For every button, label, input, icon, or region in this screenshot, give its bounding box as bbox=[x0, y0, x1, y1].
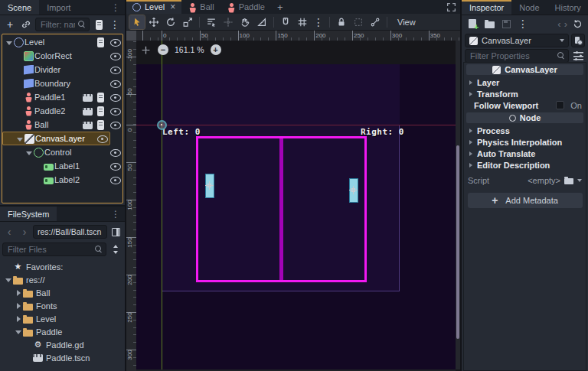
eye-icon[interactable] bbox=[110, 79, 120, 89]
folder-icon[interactable] bbox=[564, 178, 573, 184]
property-group-physics-interpolation[interactable]: Physics Interpolation bbox=[466, 136, 583, 148]
script-icon[interactable] bbox=[97, 37, 104, 47]
movie-icon[interactable] bbox=[83, 122, 93, 129]
property-group-process[interactable]: Process bbox=[466, 125, 583, 136]
snap-options-menu[interactable]: ⋮ bbox=[312, 15, 325, 29]
script-icon[interactable] bbox=[97, 120, 104, 130]
collapse-chevron-icon[interactable] bbox=[5, 37, 14, 47]
scene-tree-row-divider[interactable]: Divider bbox=[2, 63, 122, 76]
tab-filesystem[interactable]: FileSystem bbox=[0, 207, 57, 221]
scene-tree-menu-button[interactable]: ⋮ bbox=[108, 18, 122, 31]
scene-dock-menu-icon[interactable]: ⋮ bbox=[106, 0, 125, 15]
scene-tree-row-label2[interactable]: Label2 bbox=[2, 173, 122, 187]
scene-tab-ball[interactable]: Ball bbox=[181, 0, 220, 14]
pan-tool-button[interactable] bbox=[237, 15, 253, 29]
filesystem-menu-icon[interactable]: ⋮ bbox=[106, 207, 125, 221]
load-resource-button[interactable] bbox=[482, 17, 496, 31]
scene-tree-row-control[interactable]: Control bbox=[2, 145, 122, 159]
fs-row-paddle[interactable]: Paddle bbox=[0, 325, 125, 338]
object-history-button[interactable] bbox=[570, 17, 584, 31]
eye-icon[interactable] bbox=[110, 51, 120, 61]
eye-icon[interactable] bbox=[110, 65, 120, 75]
eye-icon[interactable] bbox=[110, 37, 120, 47]
follow-viewport-checkbox[interactable] bbox=[556, 101, 564, 109]
view-menu-button[interactable]: View bbox=[391, 18, 422, 27]
current-path[interactable]: res://Ball/Ball.tscn bbox=[33, 225, 107, 239]
filesystem-filter-input[interactable] bbox=[2, 242, 106, 256]
canvas-vscrollbar-thumb[interactable] bbox=[456, 145, 459, 339]
fs-row-ball[interactable]: Ball bbox=[0, 286, 125, 299]
tab-history[interactable]: History bbox=[547, 0, 588, 15]
select-tool-button[interactable] bbox=[129, 15, 145, 29]
eye-icon[interactable] bbox=[110, 161, 120, 171]
history-forward-button[interactable]: › bbox=[564, 18, 567, 30]
collapse-chevron-icon[interactable] bbox=[5, 275, 13, 285]
skeleton-options-button[interactable] bbox=[368, 15, 383, 29]
attach-script-button[interactable] bbox=[92, 18, 106, 31]
script-value[interactable]: <empty> bbox=[528, 176, 560, 185]
scene-tab-level[interactable]: Level× bbox=[126, 0, 181, 14]
fs-row-favorites[interactable]: ★Favorites: bbox=[0, 260, 125, 273]
script-icon[interactable] bbox=[97, 93, 104, 103]
eye-icon[interactable] bbox=[110, 120, 120, 130]
movie-icon[interactable] bbox=[83, 94, 93, 102]
open-docs-button[interactable] bbox=[571, 34, 585, 47]
eye-icon[interactable] bbox=[97, 134, 107, 144]
pivot-tool-button[interactable] bbox=[220, 15, 236, 29]
origin-gizmo[interactable] bbox=[157, 120, 167, 130]
group-node-button[interactable] bbox=[351, 15, 366, 29]
scene-tree-row-paddle1[interactable]: Paddle1 bbox=[2, 90, 122, 104]
fs-row-res[interactable]: res:// bbox=[0, 273, 125, 286]
forward-button[interactable]: › bbox=[18, 225, 31, 239]
new-scene-tab-button[interactable]: + bbox=[271, 0, 289, 14]
scene-tree-row-level[interactable]: Level bbox=[2, 35, 122, 49]
add-node-button[interactable]: + bbox=[3, 18, 17, 31]
collapse-chevron-icon[interactable] bbox=[15, 327, 23, 337]
property-group-transform[interactable]: Transform bbox=[466, 88, 583, 99]
lock-node-button[interactable] bbox=[334, 15, 349, 29]
tab-import[interactable]: Import bbox=[39, 0, 78, 15]
scene-tree-row-canvaslayer[interactable]: CanvasLayer bbox=[2, 132, 110, 145]
rotate-tool-button[interactable] bbox=[163, 15, 178, 29]
collapse-chevron-icon[interactable] bbox=[25, 148, 34, 158]
split-mode-button[interactable] bbox=[109, 225, 122, 239]
eye-icon[interactable] bbox=[110, 106, 120, 116]
scene-tree-row-ball[interactable]: Ball bbox=[2, 118, 122, 132]
fs-row-paddle-tscn[interactable]: Paddle.tscn bbox=[0, 351, 125, 364]
tab-scene[interactable]: Scene bbox=[0, 0, 39, 15]
script-icon[interactable] bbox=[97, 106, 104, 116]
new-resource-button[interactable] bbox=[466, 17, 479, 31]
filter-options-button[interactable] bbox=[571, 49, 585, 63]
scene-tree-row-boundary[interactable]: Boundary bbox=[2, 76, 122, 90]
category-node[interactable]: Node bbox=[466, 112, 583, 123]
list-select-tool-button[interactable] bbox=[204, 15, 219, 29]
edited-node-selector[interactable]: CanvasLayer bbox=[465, 34, 569, 47]
scene-tree-row-label1[interactable]: Label1 bbox=[2, 159, 122, 173]
tab-node[interactable]: Node bbox=[511, 0, 547, 15]
grid-snap-button[interactable] bbox=[295, 15, 310, 29]
property-group-editor-description[interactable]: Editor Description bbox=[466, 159, 583, 171]
chevron-down-icon[interactable] bbox=[577, 179, 582, 182]
fs-row-fonts[interactable]: Fonts bbox=[0, 299, 125, 312]
back-button[interactable]: ‹ bbox=[2, 225, 16, 239]
paddle1-node[interactable] bbox=[205, 174, 214, 198]
scale-tool-button[interactable] bbox=[180, 15, 195, 29]
2d-canvas[interactable]: Left: 0 Right: 0 − 161.1 % + bbox=[136, 41, 460, 371]
scene-tree-row-paddle2[interactable]: Paddle2 bbox=[2, 104, 122, 118]
resource-menu-button[interactable]: ⋮ bbox=[516, 17, 530, 31]
add-metadata-button[interactable]: +Add Metadata bbox=[468, 193, 583, 208]
save-resource-button[interactable] bbox=[499, 17, 513, 31]
center-view-icon[interactable] bbox=[141, 45, 151, 55]
movie-icon[interactable] bbox=[83, 108, 93, 116]
eye-icon[interactable] bbox=[110, 175, 120, 185]
fs-row-paddle-gd[interactable]: ⚙Paddle.gd bbox=[0, 338, 125, 351]
paddle2-node[interactable] bbox=[349, 178, 358, 203]
smart-snap-button[interactable] bbox=[278, 15, 293, 29]
collapse-chevron-icon[interactable] bbox=[16, 134, 24, 144]
eye-icon[interactable] bbox=[110, 93, 120, 103]
expand-viewport-icon[interactable] bbox=[446, 2, 456, 12]
eye-icon[interactable] bbox=[110, 148, 120, 158]
move-tool-button[interactable] bbox=[146, 15, 162, 29]
close-scene-tab-button[interactable]: × bbox=[170, 2, 175, 12]
expand-chevron-icon[interactable] bbox=[15, 288, 23, 298]
